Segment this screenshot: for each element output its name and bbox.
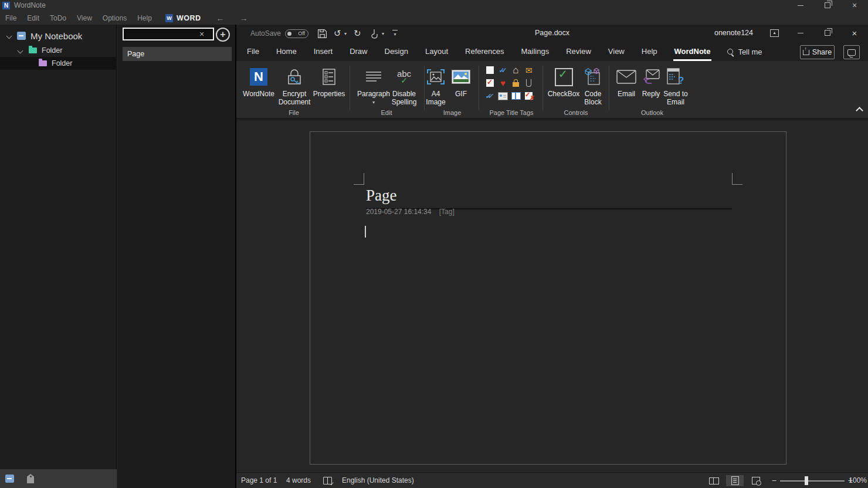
collapse-ribbon-icon[interactable] [856, 107, 863, 114]
undo-button[interactable]: ↺ [334, 25, 341, 42]
zoom-out-button[interactable]: − [772, 476, 777, 485]
add-page-button[interactable]: + [216, 28, 230, 42]
share-button[interactable]: Share [800, 45, 835, 59]
menu-edit[interactable]: Edit [22, 14, 45, 22]
nav-forward-icon[interactable]: → [239, 13, 247, 23]
tab-wordnote[interactable]: WordNote [674, 47, 711, 57]
proofing-icon[interactable] [323, 477, 332, 484]
page-list-item[interactable]: Page [123, 47, 232, 61]
tag-book-icon[interactable] [511, 91, 521, 101]
app-restore-button[interactable] [814, 0, 841, 11]
minimize-icon [798, 33, 803, 33]
web-layout-button[interactable] [747, 475, 765, 486]
zoom-level[interactable]: 100% [849, 476, 867, 484]
zoom-slider-thumb[interactable] [805, 476, 808, 485]
print-layout-button[interactable] [726, 475, 744, 486]
margin-mark-top-right [732, 173, 742, 185]
word-view-tab[interactable]: WORD [177, 14, 201, 22]
page-meta[interactable]: 2019-05-27 16:14:34 [Tag] [366, 208, 455, 216]
tag-slash-check-icon[interactable]: ✓✓ [485, 91, 495, 101]
checkbox-control-button[interactable]: ✓ CheckBox [547, 66, 581, 98]
comments-button[interactable] [843, 45, 860, 59]
send-to-email-button[interactable]: ? Send to Email [659, 66, 692, 106]
disable-spelling-button[interactable]: abc ✓ Disable Spelling [386, 66, 422, 106]
tag-contact-card-icon[interactable] [498, 91, 508, 101]
page-tag-placeholder[interactable]: [Tag] [439, 208, 455, 216]
menu-file[interactable]: File [0, 14, 22, 22]
tag-heart-icon[interactable]: ♥ [498, 78, 508, 88]
chevron-down-icon[interactable] [18, 48, 23, 53]
document-page[interactable]: Page 2019-05-27 16:14:34 [Tag] [310, 131, 786, 465]
code-block-icon [584, 68, 602, 86]
tab-insert[interactable]: Insert [314, 47, 333, 57]
ribbon-display-options-button[interactable]: ▴ [770, 29, 779, 37]
undo-dropdown-icon[interactable]: ▾ [344, 25, 347, 42]
app-close-button[interactable]: × [841, 0, 868, 11]
sidebar-item-subfolder[interactable]: Folder [0, 57, 117, 70]
touch-mode-button[interactable] [370, 25, 379, 42]
account-name[interactable]: onenote124 [714, 29, 753, 37]
folder-icon [29, 48, 37, 53]
tab-help[interactable]: Help [642, 47, 657, 57]
tag-home-icon[interactable]: ⌂ [511, 65, 521, 75]
code-block-button[interactable]: Code Block [578, 66, 608, 106]
tab-mailings[interactable]: Mailings [521, 47, 550, 57]
word-doc-icon: W [165, 14, 173, 22]
menu-todo[interactable]: ToDo [45, 14, 72, 22]
sidebar-item-folder[interactable]: Folder [0, 44, 117, 57]
tab-view[interactable]: View [608, 47, 625, 57]
encrypt-document-button[interactable]: Encrypt Document [276, 66, 313, 106]
menu-help[interactable]: Help [132, 14, 157, 22]
zoom-slider[interactable] [780, 480, 845, 482]
search-clear-icon[interactable]: × [199, 30, 204, 38]
save-button[interactable] [317, 25, 327, 42]
tag-paperclip-icon[interactable] [524, 78, 534, 88]
page-count[interactable]: Page 1 of 1 [241, 476, 277, 484]
word-count[interactable]: 4 words [286, 476, 311, 484]
tab-layout[interactable]: Layout [425, 47, 448, 57]
gif-button[interactable]: GIF [447, 66, 475, 98]
tag-checked-box-icon[interactable]: ✓ [485, 78, 495, 88]
chevron-down-icon[interactable] [6, 33, 12, 39]
tag-envelope-icon[interactable]: ✉ [524, 65, 534, 75]
page-title[interactable]: Page [366, 187, 732, 209]
folder-icon [39, 60, 47, 66]
tag-check-x-icon[interactable]: ✓✗ [524, 91, 534, 101]
tab-draw[interactable]: Draw [350, 47, 367, 57]
a4-image-button[interactable]: A4 Image [423, 66, 449, 106]
customize-quick-access-button[interactable]: ▾ [392, 25, 398, 42]
tab-design[interactable]: Design [385, 47, 408, 57]
word-restore-button[interactable] [814, 25, 841, 41]
tag-double-check-icon[interactable]: ✓✓ [498, 65, 508, 75]
tab-references[interactable]: References [465, 47, 504, 57]
wordnote-button[interactable]: N WordNote [242, 66, 275, 98]
tag-lock-icon[interactable] [511, 78, 521, 88]
tab-review[interactable]: Review [566, 47, 591, 57]
tell-me-box[interactable]: Tell me [727, 48, 762, 56]
menu-options[interactable]: Options [97, 14, 132, 22]
autosave-toggle[interactable]: Off [285, 25, 308, 42]
app-titlebar: N WordNote × [0, 0, 868, 11]
document-canvas[interactable]: Page 2019-05-27 16:14:34 [Tag] [236, 120, 868, 472]
language-status[interactable]: English (United States) [342, 476, 414, 484]
tag-empty-checkbox-icon[interactable] [485, 65, 495, 75]
group-label-outlook: Outlook [617, 109, 687, 116]
notebook-icon[interactable] [5, 475, 14, 483]
group-separator [609, 66, 609, 110]
touch-mode-dropdown-icon[interactable]: ▾ [382, 25, 384, 42]
word-minimize-button[interactable] [787, 25, 814, 41]
read-mode-button[interactable] [705, 475, 723, 486]
sidebar-item-notebook[interactable]: My Notebook [0, 29, 117, 42]
word-close-button[interactable]: × [841, 25, 868, 41]
notebook-sidebar: My Notebook Folder Folder [0, 25, 117, 488]
redo-button[interactable]: ↻ [354, 25, 361, 42]
app-logo-icon: N [2, 2, 10, 9]
properties-button[interactable]: Properties [311, 66, 347, 98]
tag-icon[interactable] [27, 474, 34, 483]
menu-view[interactable]: View [72, 14, 97, 22]
email-button[interactable]: Email [612, 66, 640, 98]
app-minimize-button[interactable] [787, 0, 814, 11]
tab-file[interactable]: File [247, 47, 259, 57]
nav-back-icon[interactable]: ← [216, 13, 224, 23]
tab-home[interactable]: Home [276, 47, 297, 57]
